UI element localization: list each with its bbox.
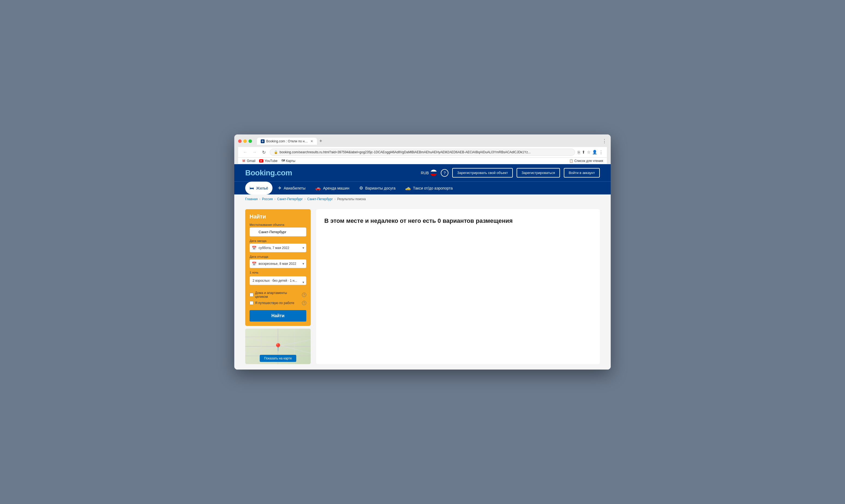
checkout-wrapper: 📅 воскресенье, 8 мая 2022 ▾: [250, 259, 306, 268]
reading-list-button[interactable]: 📋 Список для чтения: [569, 159, 603, 163]
location-input[interactable]: [250, 228, 306, 236]
breadcrumb-results: Результаты поиска: [337, 197, 366, 201]
bookmark-gmail[interactable]: M Gmail: [242, 159, 255, 163]
checkout-label: Дата отъезда: [250, 255, 306, 258]
breadcrumb-spb-1[interactable]: Санкт-Петербург: [277, 197, 303, 201]
reading-list-icon: 📋: [569, 159, 573, 163]
refresh-button[interactable]: ↻: [260, 149, 267, 156]
location-label: Место/название объекта:: [250, 223, 306, 227]
browser-addressbar: ← → ↻ 🔒 booking.com/searchresults.ru.htm…: [238, 147, 607, 158]
tab-title: Booking.com : Отели по напр...: [266, 139, 309, 143]
nav-tab-taxi-label: Такси от/до аэропорта: [413, 186, 453, 191]
register-property-button[interactable]: Зарегистрировать свой объект: [452, 168, 513, 178]
nights-label: 1 ночь: [250, 271, 306, 274]
breadcrumb-home[interactable]: Главная: [245, 197, 258, 201]
browser-controls: B Booking.com : Отели по напр... ✕ + ⋮: [238, 137, 607, 145]
breadcrumb-sep-2: ›: [274, 197, 275, 201]
nav-tab-accommodation-label: Жильё: [256, 186, 268, 191]
checkbox1-help-icon[interactable]: ?: [302, 293, 306, 297]
register-button[interactable]: Зарегистрироваться: [517, 168, 560, 178]
tab-close-button[interactable]: ✕: [310, 139, 313, 143]
browser-menu-button[interactable]: ⋮: [602, 138, 607, 144]
checkbox-entire-homes[interactable]: [250, 293, 253, 297]
forward-button[interactable]: →: [251, 149, 258, 156]
map-pin: 📍: [273, 343, 283, 352]
car-icon: 🚗: [315, 185, 321, 191]
breadcrumb-spb-2[interactable]: Санкт-Петербург: [307, 197, 333, 201]
tab-favicon: B: [261, 139, 265, 143]
results-title: В этом месте и недалеко от него есть 0 в…: [324, 217, 592, 224]
address-bar[interactable]: 🔒 booking.com/searchresults.ru.html?aid=…: [270, 149, 575, 156]
nav-tab-cars-label: Аренда машин: [323, 186, 349, 191]
breadcrumb-sep-3: ›: [304, 197, 305, 201]
extensions-menu[interactable]: ⋮: [599, 150, 603, 155]
bookmark-maps[interactable]: 🗺 Карты: [282, 159, 295, 163]
youtube-icon: ▶: [259, 159, 264, 163]
bookmarks-bar: M Gmail ▶ YouTube 🗺 Карты 📋 Список для ч…: [238, 158, 607, 164]
bed-icon: 🛏: [250, 186, 254, 191]
checkin-label: Дата заезда: [250, 239, 306, 242]
gmail-label: Gmail: [247, 159, 255, 163]
checkbox2-help-icon[interactable]: ?: [302, 301, 306, 305]
nav-tab-flights-label: Авиабилеты: [284, 186, 305, 191]
nav-tab-taxi[interactable]: 🚕 Такси от/до аэропорта: [401, 182, 457, 195]
search-panel-title: Найти: [250, 214, 306, 220]
close-window-button[interactable]: [238, 139, 242, 143]
checkin-wrapper: 📅 суббота, 7 мая 2022 ▾: [250, 244, 306, 252]
booking-header: Booking.com RUB ? Зарегистрировать свой …: [234, 164, 611, 181]
checkbox-business-row: Я путешествую по работе ?: [250, 301, 306, 305]
back-button[interactable]: ←: [242, 149, 249, 156]
guests-select[interactable]: 2 взрослых · без детей · 1 н...: [250, 276, 306, 285]
new-tab-button[interactable]: +: [317, 137, 325, 145]
share-button[interactable]: ⬆: [582, 150, 585, 155]
checkout-select[interactable]: воскресенье, 8 мая 2022: [250, 259, 306, 268]
location-input-wrapper: 🔍: [250, 228, 306, 236]
lock-icon: 🔒: [274, 150, 278, 154]
show-on-map-button[interactable]: Показать на карте: [260, 355, 296, 362]
taxi-icon: 🚕: [405, 185, 411, 191]
browser-tabs: B Booking.com : Отели по напр... ✕ +: [257, 137, 600, 145]
breadcrumb-sep-4: ›: [335, 197, 336, 201]
screen-mirror-icon[interactable]: ⎘: [578, 150, 580, 155]
checkbox-business[interactable]: [250, 301, 253, 305]
results-area: В этом месте и недалеко от него есть 0 в…: [316, 209, 600, 364]
checkbox-business-label: Я путешествую по работе: [255, 301, 300, 305]
nav-tab-attractions-label: Варианты досуга: [365, 186, 395, 191]
website-content: Booking.com RUB ? Зарегистрировать свой …: [234, 164, 611, 370]
booking-logo: Booking.com: [245, 168, 292, 177]
header-right: RUB ? Зарегистрировать свой объект Зарег…: [421, 168, 600, 178]
url-text: booking.com/searchresults.ru.html?aid=39…: [280, 150, 531, 154]
browser-window: B Booking.com : Отели по напр... ✕ + ⋮ ←…: [234, 134, 611, 370]
maximize-window-button[interactable]: [249, 139, 252, 143]
help-button[interactable]: ?: [441, 169, 448, 177]
bookmark-button[interactable]: ☆: [587, 150, 591, 155]
checkin-select[interactable]: суббота, 7 мая 2022: [250, 244, 306, 252]
browser-titlebar: B Booking.com : Отели по напр... ✕ + ⋮ ←…: [234, 134, 611, 164]
address-actions: ⎘ ⬆ ☆ 👤 ⋮: [578, 150, 603, 155]
minimize-window-button[interactable]: [243, 139, 247, 143]
search-button[interactable]: Найти: [250, 310, 306, 322]
plane-icon: ✈: [278, 185, 282, 191]
nav-tab-attractions[interactable]: ⚙ Варианты досуга: [355, 182, 400, 195]
nav-tab-accommodation[interactable]: 🛏 Жильё: [245, 182, 272, 195]
active-tab[interactable]: B Booking.com : Отели по напр... ✕: [257, 138, 317, 145]
bookmark-youtube[interactable]: ▶ YouTube: [259, 159, 277, 163]
currency-label: RUB: [421, 171, 429, 175]
nav-tab-flights[interactable]: ✈ Авиабилеты: [274, 182, 310, 195]
profile-icon[interactable]: 👤: [592, 150, 597, 155]
youtube-label: YouTube: [265, 159, 277, 163]
russia-flag: [430, 169, 437, 176]
attractions-icon: ⚙: [359, 185, 363, 191]
maps-icon: 🗺: [282, 159, 285, 163]
map-area: 📍 Показать на карте: [245, 329, 311, 364]
guests-wrapper: 2 взрослых · без детей · 1 н... ▾: [250, 276, 306, 288]
breadcrumb-russia[interactable]: Россия: [262, 197, 273, 201]
currency-selector[interactable]: RUB: [421, 169, 437, 176]
breadcrumb-sep-1: ›: [259, 197, 260, 201]
gmail-icon: M: [242, 159, 246, 163]
breadcrumb: Главная › Россия › Санкт-Петербург › Сан…: [234, 195, 611, 204]
nav-tab-cars[interactable]: 🚗 Аренда машин: [311, 182, 354, 195]
login-button[interactable]: Войти в аккаунт: [564, 168, 600, 178]
search-box: Найти Место/название объекта: 🔍 Дата зае…: [245, 209, 311, 326]
booking-nav: 🛏 Жильё ✈ Авиабилеты 🚗 Аренда машин ⚙ Ва…: [234, 181, 611, 195]
